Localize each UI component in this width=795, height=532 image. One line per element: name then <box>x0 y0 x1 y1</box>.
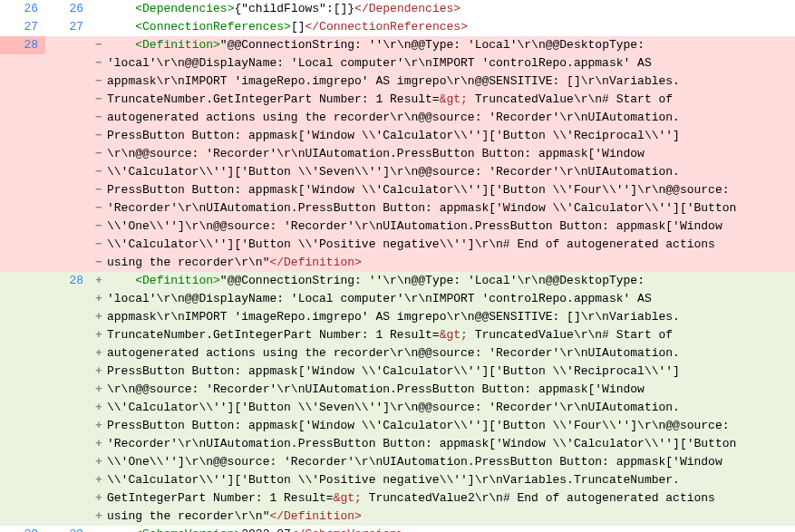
code-content[interactable]: \\'Calculator\\'']['Button \\'Positive n… <box>107 236 795 254</box>
diff-marker: + <box>91 381 107 399</box>
diff-marker: − <box>91 236 107 254</box>
diff-line[interactable]: +autogenerated actions using the recorde… <box>0 344 795 363</box>
line-number-new <box>45 218 91 236</box>
diff-line[interactable]: 2626 <Dependencies>{"childFlows":[]}</De… <box>0 0 795 18</box>
line-number-new <box>45 145 91 163</box>
diff-marker: − <box>91 73 107 91</box>
line-number-old <box>0 453 45 471</box>
code-content[interactable]: <ConnectionReferences>[]</ConnectionRefe… <box>107 18 795 36</box>
code-content[interactable]: \\'One\\'']\r\n@@source: 'Recorder'\r\nU… <box>107 218 795 236</box>
code-content[interactable]: using the recorder\r\n"</Definition> <box>107 508 795 526</box>
diff-line[interactable]: +\r\n@@source: 'Recorder'\r\nUIAutomatio… <box>0 381 795 399</box>
line-number-new <box>45 308 91 326</box>
diff-marker: − <box>91 109 107 127</box>
diff-line[interactable]: +TruncateNumber.GetIntegerPart Number: 1… <box>0 326 795 344</box>
line-number-old <box>0 145 45 163</box>
diff-line[interactable]: 28− <Definition>"@@ConnectionString: ''\… <box>0 36 795 54</box>
diff-line[interactable]: −\\'Calculator\\'']['Button \\'Seven\\''… <box>0 163 795 181</box>
line-number-old: 29 <box>0 526 45 532</box>
line-number-new <box>45 91 91 109</box>
code-content[interactable]: 'local'\r\n@@DisplayName: 'Local compute… <box>107 290 795 308</box>
line-number-old <box>0 417 45 435</box>
line-number-old <box>0 399 45 417</box>
diff-line[interactable]: −PressButton Button: appmask['Window \\'… <box>0 181 795 199</box>
code-content[interactable]: 'local'\r\n@@DisplayName: 'Local compute… <box>107 54 795 73</box>
code-content[interactable]: using the recorder\r\n"</Definition> <box>107 254 795 272</box>
diff-marker: + <box>91 435 107 453</box>
diff-line[interactable]: 2727 <ConnectionReferences>[]</Connectio… <box>0 18 795 36</box>
diff-line[interactable]: −using the recorder\r\n"</Definition> <box>0 254 795 272</box>
diff-line[interactable]: −appmask\r\nIMPORT 'imageRepo.imgrepo' A… <box>0 73 795 91</box>
diff-marker: − <box>91 54 107 73</box>
code-content[interactable]: TruncateNumber.GetIntegerPart Number: 1 … <box>107 326 795 344</box>
code-content[interactable]: \\'Calculator\\'']['Button \\'Seven\\'']… <box>107 163 795 181</box>
diff-line[interactable]: 28+ <Definition>"@@ConnectionString: ''\… <box>0 272 795 290</box>
code-content[interactable]: GetIntegerPart Number: 1 Result=&gt; Tru… <box>107 489 795 508</box>
diff-line[interactable]: −TruncateNumber.GetIntegerPart Number: 1… <box>0 91 795 109</box>
diff-line[interactable]: −'local'\r\n@@DisplayName: 'Local comput… <box>0 54 795 73</box>
line-number-new: 26 <box>45 0 91 18</box>
diff-line[interactable]: −\\'One\\'']\r\n@@source: 'Recorder'\r\n… <box>0 218 795 236</box>
code-content[interactable]: PressButton Button: appmask['Window \\'C… <box>107 181 795 199</box>
code-content[interactable]: \\'Calculator\\'']['Button \\'Seven\\'']… <box>107 399 795 417</box>
line-number-old <box>0 489 45 508</box>
code-content[interactable]: PressButton Button: appmask['Window \\'C… <box>107 417 795 435</box>
code-content[interactable]: PressButton Button: appmask['Window \\'C… <box>107 363 795 381</box>
code-content[interactable]: \\'One\\'']\r\n@@source: 'Recorder'\r\nU… <box>107 453 795 471</box>
diff-line[interactable]: 2929 <SchemaVersion>2022.07</SchemaVersi… <box>0 526 795 532</box>
code-content[interactable]: <Dependencies>{"childFlows":[]}</Depende… <box>107 0 795 18</box>
line-number-old <box>0 344 45 363</box>
line-number-old <box>0 91 45 109</box>
diff-marker: + <box>91 453 107 471</box>
diff-line[interactable]: −PressButton Button: appmask['Window \\'… <box>0 127 795 145</box>
line-number-new <box>45 508 91 526</box>
line-number-old <box>0 381 45 399</box>
line-number-new <box>45 181 91 199</box>
diff-line[interactable]: +GetIntegerPart Number: 1 Result=&gt; Tr… <box>0 489 795 508</box>
code-content[interactable]: autogenerated actions using the recorder… <box>107 109 795 127</box>
line-number-old <box>0 199 45 218</box>
diff-marker: − <box>91 254 107 272</box>
code-content[interactable]: appmask\r\nIMPORT 'imageRepo.imgrepo' AS… <box>107 308 795 326</box>
line-number-new <box>45 399 91 417</box>
line-number-new <box>45 344 91 363</box>
diff-line[interactable]: +appmask\r\nIMPORT 'imageRepo.imgrepo' A… <box>0 308 795 326</box>
line-number-old <box>0 54 45 73</box>
code-content[interactable]: \r\n@@source: 'Recorder'\r\nUIAutomation… <box>107 145 795 163</box>
code-content[interactable]: TruncateNumber.GetIntegerPart Number: 1 … <box>107 91 795 109</box>
diff-marker: + <box>91 344 107 363</box>
diff-marker: − <box>91 36 107 54</box>
line-number-old <box>0 471 45 489</box>
line-number-new <box>45 199 91 218</box>
code-content[interactable]: autogenerated actions using the recorder… <box>107 344 795 363</box>
diff-marker: − <box>91 199 107 218</box>
line-number-new <box>45 363 91 381</box>
diff-line[interactable]: +\\'Calculator\\'']['Button \\'Positive … <box>0 471 795 489</box>
line-number-old <box>0 290 45 308</box>
diff-view: 2626 <Dependencies>{"childFlows":[]}</De… <box>0 0 795 532</box>
code-content[interactable]: 'Recorder'\r\nUIAutomation.PressButton B… <box>107 435 795 453</box>
diff-line[interactable]: +PressButton Button: appmask['Window \\'… <box>0 417 795 435</box>
code-content[interactable]: <Definition>"@@ConnectionString: ''\r\n@… <box>107 36 795 54</box>
code-content[interactable]: PressButton Button: appmask['Window \\'C… <box>107 127 795 145</box>
line-number-new: 29 <box>45 526 91 532</box>
diff-line[interactable]: +\\'Calculator\\'']['Button \\'Seven\\''… <box>0 399 795 417</box>
diff-line[interactable]: +using the recorder\r\n"</Definition> <box>0 508 795 526</box>
code-content[interactable]: 'Recorder'\r\nUIAutomation.PressButton B… <box>107 199 795 218</box>
diff-line[interactable]: −\\'Calculator\\'']['Button \\'Positive … <box>0 236 795 254</box>
code-content[interactable]: <SchemaVersion>2022.07</SchemaVersion> <box>107 526 795 532</box>
diff-line[interactable]: −\r\n@@source: 'Recorder'\r\nUIAutomatio… <box>0 145 795 163</box>
diff-line[interactable]: +'Recorder'\r\nUIAutomation.PressButton … <box>0 435 795 453</box>
diff-line[interactable]: +\\'One\\'']\r\n@@source: 'Recorder'\r\n… <box>0 453 795 471</box>
code-content[interactable]: \r\n@@source: 'Recorder'\r\nUIAutomation… <box>107 381 795 399</box>
diff-line[interactable]: +PressButton Button: appmask['Window \\'… <box>0 363 795 381</box>
diff-line[interactable]: −'Recorder'\r\nUIAutomation.PressButton … <box>0 199 795 218</box>
diff-line[interactable]: −autogenerated actions using the recorde… <box>0 109 795 127</box>
diff-marker: − <box>91 163 107 181</box>
code-content[interactable]: appmask\r\nIMPORT 'imageRepo.imgrepo' AS… <box>107 73 795 91</box>
line-number-old <box>0 181 45 199</box>
code-content[interactable]: <Definition>"@@ConnectionString: ''\r\n@… <box>107 272 795 290</box>
code-content[interactable]: \\'Calculator\\'']['Button \\'Positive n… <box>107 471 795 489</box>
diff-line[interactable]: +'local'\r\n@@DisplayName: 'Local comput… <box>0 290 795 308</box>
line-number-new <box>45 489 91 508</box>
